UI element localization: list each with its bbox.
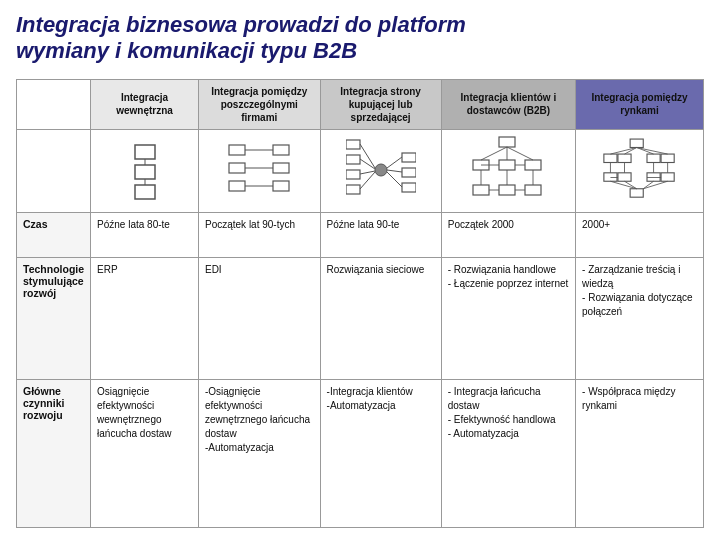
- table-row: Technologie stymulujące rozwójERPEDIRozw…: [17, 258, 704, 380]
- svg-rect-8: [273, 145, 289, 155]
- svg-rect-29: [499, 137, 515, 147]
- svg-line-25: [360, 172, 375, 189]
- cell-r0-c2: Późne lata 90-te: [320, 212, 441, 258]
- svg-rect-20: [402, 168, 416, 177]
- main-table: Integracja wewnętrzna Integracja pomiędz…: [16, 79, 704, 528]
- svg-rect-5: [229, 145, 245, 155]
- svg-rect-54: [647, 173, 660, 181]
- svg-line-28: [387, 172, 402, 187]
- svg-rect-31: [499, 160, 515, 170]
- svg-line-24: [360, 171, 375, 174]
- col-header-5: Integracja pomiędzy rynkami: [576, 79, 704, 129]
- cell-r2-c0: Osiągnięcie efektywności wewnętrznego ła…: [91, 380, 199, 528]
- diagram-col4: [441, 129, 575, 212]
- cell-r0-c4: 2000+: [576, 212, 704, 258]
- col-header-3: Integracja strony kupującej lub sprzedaj…: [320, 79, 441, 129]
- diagram-col5: [576, 129, 704, 212]
- svg-rect-34: [499, 185, 515, 195]
- svg-rect-0: [135, 145, 155, 159]
- cell-r2-c3: - Integracja łańcucha dostaw - Efektywno…: [441, 380, 575, 528]
- svg-rect-18: [346, 185, 360, 194]
- cell-r2-c2: -Integracja klientów -Automatyzacja: [320, 380, 441, 528]
- svg-line-67: [643, 181, 667, 189]
- cell-r1-c4: - Zarządzanie treścią i wiedzą - Rozwiąz…: [576, 258, 704, 380]
- col-header-4: Integracja klientów i dostawców (B2B): [441, 79, 575, 129]
- diagram-col2: [198, 129, 320, 212]
- col-header-2: Integracja pomiędzy poszczególnymi firma…: [198, 79, 320, 129]
- svg-rect-17: [346, 170, 360, 179]
- row-label-0: Czas: [17, 212, 91, 258]
- svg-point-14: [375, 164, 387, 176]
- empty-header: [17, 79, 91, 129]
- cell-r1-c1: EDI: [198, 258, 320, 380]
- cell-r0-c3: Początek 2000: [441, 212, 575, 258]
- svg-rect-53: [630, 189, 643, 197]
- svg-line-57: [625, 147, 637, 154]
- svg-line-38: [507, 147, 533, 160]
- svg-rect-49: [647, 154, 660, 162]
- svg-line-64: [610, 181, 636, 189]
- svg-rect-21: [402, 183, 416, 192]
- svg-line-56: [610, 147, 636, 154]
- svg-rect-55: [661, 173, 674, 181]
- table-row: CzasPóźne lata 80-tePoczątek lat 90-tych…: [17, 212, 704, 258]
- col-header-1: Integracja wewnętrzna: [91, 79, 199, 129]
- svg-rect-6: [229, 163, 245, 173]
- svg-rect-46: [630, 139, 643, 147]
- svg-rect-1: [135, 165, 155, 179]
- cell-r2-c4: - Współpraca między rynkami: [576, 380, 704, 528]
- svg-line-65: [625, 181, 637, 189]
- table-row: Główne czynniki rozwojuOsiągnięcie efekt…: [17, 380, 704, 528]
- cell-r0-c0: Późne lata 80-te: [91, 212, 199, 258]
- svg-rect-48: [618, 154, 631, 162]
- cell-r1-c3: - Rozwiązania handlowe - Łączenie poprze…: [441, 258, 575, 380]
- svg-rect-10: [273, 181, 289, 191]
- diagram-col1: [91, 129, 199, 212]
- svg-rect-47: [604, 154, 617, 162]
- svg-line-26: [387, 157, 402, 168]
- svg-rect-51: [604, 173, 617, 181]
- diagram-row: [17, 129, 704, 212]
- cell-r1-c2: Rozwiązania sieciowe: [320, 258, 441, 380]
- svg-rect-16: [346, 155, 360, 164]
- cell-r2-c1: -Osiągnięcie efektywności zewnętrznego ł…: [198, 380, 320, 528]
- page-title: Integracja biznesowa prowadzi do platfor…: [16, 12, 704, 65]
- svg-rect-7: [229, 181, 245, 191]
- row-label-1: Technologie stymulujące rozwój: [17, 258, 91, 380]
- svg-rect-2: [135, 185, 155, 199]
- page: Integracja biznesowa prowadzi do platfor…: [0, 0, 720, 540]
- table-body: CzasPóźne lata 80-tePoczątek lat 90-tych…: [17, 212, 704, 527]
- svg-line-27: [387, 170, 402, 172]
- column-header-row: Integracja wewnętrzna Integracja pomiędz…: [17, 79, 704, 129]
- row-label-2: Główne czynniki rozwoju: [17, 380, 91, 528]
- diagram-col3: [320, 129, 441, 212]
- svg-rect-52: [618, 173, 631, 181]
- cell-r0-c1: Początek lat 90-tych: [198, 212, 320, 258]
- svg-rect-33: [473, 185, 489, 195]
- svg-rect-35: [525, 185, 541, 195]
- svg-rect-19: [402, 153, 416, 162]
- svg-rect-50: [661, 154, 674, 162]
- svg-rect-9: [273, 163, 289, 173]
- svg-line-36: [481, 147, 507, 160]
- svg-line-66: [643, 181, 653, 189]
- cell-r1-c0: ERP: [91, 258, 199, 380]
- svg-rect-15: [346, 140, 360, 149]
- svg-rect-32: [525, 160, 541, 170]
